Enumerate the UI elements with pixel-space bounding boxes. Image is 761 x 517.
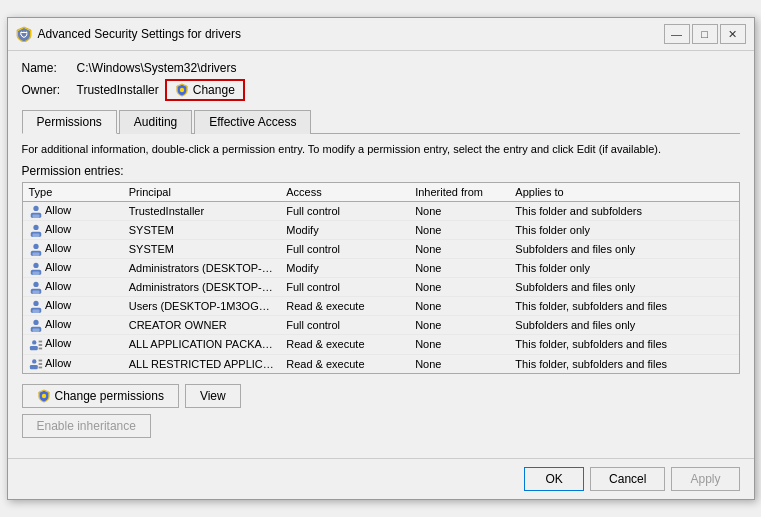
user-grid-icon [29, 338, 43, 352]
svg-point-8 [33, 244, 38, 249]
dialog-footer: OK Cancel Apply [8, 458, 754, 499]
table-row[interactable]: AllowAdministrators (DESKTOP-1M...Full c… [23, 278, 739, 297]
tab-auditing[interactable]: Auditing [119, 110, 192, 134]
cell-inherited: None [409, 278, 509, 297]
cell-access: Full control [280, 239, 409, 258]
cell-inherited: None [409, 201, 509, 220]
svg-rect-31 [38, 363, 42, 365]
cell-type: Allow [23, 201, 123, 220]
permission-table: Type Principal Access Inherited from App… [23, 183, 739, 373]
svg-rect-16 [32, 291, 39, 295]
svg-point-17 [33, 301, 38, 306]
owner-value: TrustedInstaller [77, 83, 159, 97]
svg-rect-25 [38, 340, 42, 342]
cancel-button[interactable]: Cancel [590, 467, 665, 491]
svg-text:🛡: 🛡 [20, 31, 28, 40]
table-row[interactable]: AllowSYSTEMModifyNoneThis folder only [23, 220, 739, 239]
cell-access: Full control [280, 316, 409, 335]
window-title: Advanced Security Settings for drivers [38, 27, 241, 41]
cell-principal: Administrators (DESKTOP-1M... [123, 259, 281, 278]
maximize-button[interactable]: □ [692, 24, 718, 44]
cell-inherited: None [409, 220, 509, 239]
cell-type: Allow [23, 297, 123, 316]
name-label: Name: [22, 61, 77, 75]
col-header-applies: Applies to [509, 183, 738, 202]
svg-rect-22 [32, 329, 39, 333]
user-icon [29, 261, 43, 275]
shield-change-icon [37, 389, 51, 403]
view-button[interactable]: View [185, 384, 241, 408]
svg-rect-30 [38, 359, 42, 361]
user-icon [29, 204, 43, 218]
bottom-buttons-row1: Change permissions View [22, 384, 740, 408]
user-icon [29, 299, 43, 313]
svg-rect-29 [29, 364, 37, 368]
shield-icon [175, 83, 189, 97]
table-header-row: Type Principal Access Inherited from App… [23, 183, 739, 202]
cell-applies: Subfolders and files only [509, 278, 738, 297]
user-grid-icon [29, 357, 43, 371]
change-permissions-button[interactable]: Change permissions [22, 384, 179, 408]
permission-entries-label: Permission entries: [22, 164, 740, 178]
user-icon [29, 280, 43, 294]
cell-inherited: None [409, 297, 509, 316]
cell-principal: Users (DESKTOP-1M3OG80\Us... [123, 297, 281, 316]
change-permissions-label: Change permissions [55, 389, 164, 403]
col-header-type: Type [23, 183, 123, 202]
title-bar-left: 🛡 Advanced Security Settings for drivers [16, 26, 241, 42]
cell-access: Read & execute [280, 335, 409, 354]
table-row[interactable]: AllowUsers (DESKTOP-1M3OG80\Us...Read & … [23, 297, 739, 316]
cell-type: Allow [23, 354, 123, 373]
close-button[interactable]: ✕ [720, 24, 746, 44]
cell-type: Allow [23, 335, 123, 354]
cell-access: Full control [280, 278, 409, 297]
svg-rect-10 [32, 253, 39, 257]
table-row[interactable]: AllowAdministrators (DESKTOP-1M...Modify… [23, 259, 739, 278]
table-row[interactable]: AllowALL APPLICATION PACKAGESRead & exec… [23, 335, 739, 354]
svg-point-11 [33, 263, 38, 268]
cell-principal: SYSTEM [123, 220, 281, 239]
user-icon [29, 223, 43, 237]
cell-access: Full control [280, 201, 409, 220]
table-row[interactable]: AllowALL RESTRICTED APPLICATIO...Read & … [23, 354, 739, 373]
name-value: C:\Windows\System32\drivers [77, 61, 237, 75]
cell-applies: Subfolders and files only [509, 316, 738, 335]
table-row[interactable]: AllowCREATOR OWNERFull controlNoneSubfol… [23, 316, 739, 335]
cell-principal: ALL APPLICATION PACKAGES [123, 335, 281, 354]
tab-permissions[interactable]: Permissions [22, 110, 117, 134]
user-icon [29, 242, 43, 256]
cell-inherited: None [409, 316, 509, 335]
cell-inherited: None [409, 239, 509, 258]
bottom-buttons-row2: Enable inheritance [22, 414, 740, 438]
cell-inherited: None [409, 259, 509, 278]
enable-inheritance-button[interactable]: Enable inheritance [22, 414, 151, 438]
title-bar: 🛡 Advanced Security Settings for drivers… [8, 18, 754, 51]
cell-applies: This folder, subfolders and files [509, 354, 738, 373]
apply-button[interactable]: Apply [671, 467, 739, 491]
svg-rect-4 [32, 214, 39, 218]
svg-rect-32 [38, 366, 42, 368]
svg-rect-26 [38, 344, 42, 346]
cell-type: Allow [23, 259, 123, 278]
table-row[interactable]: AllowSYSTEMFull controlNoneSubfolders an… [23, 239, 739, 258]
svg-rect-13 [32, 272, 39, 276]
cell-applies: This folder only [509, 259, 738, 278]
ok-button[interactable]: OK [524, 467, 584, 491]
cell-principal: Administrators (DESKTOP-1M... [123, 278, 281, 297]
minimize-button[interactable]: — [664, 24, 690, 44]
cell-access: Modify [280, 220, 409, 239]
content-area: Name: C:\Windows\System32\drivers Owner:… [8, 51, 754, 457]
tab-effective-access[interactable]: Effective Access [194, 110, 311, 134]
owner-label: Owner: [22, 83, 77, 97]
svg-point-23 [32, 340, 36, 344]
change-owner-button[interactable]: Change [165, 79, 245, 101]
cell-applies: This folder, subfolders and files [509, 335, 738, 354]
name-row: Name: C:\Windows\System32\drivers [22, 61, 740, 75]
col-header-principal: Principal [123, 183, 281, 202]
table-row[interactable]: AllowTrustedInstallerFull controlNoneThi… [23, 201, 739, 220]
cell-type: Allow [23, 316, 123, 335]
window-icon: 🛡 [16, 26, 32, 42]
svg-point-2 [33, 206, 38, 211]
tabs-bar: Permissions Auditing Effective Access [22, 109, 740, 134]
svg-rect-27 [38, 347, 42, 349]
